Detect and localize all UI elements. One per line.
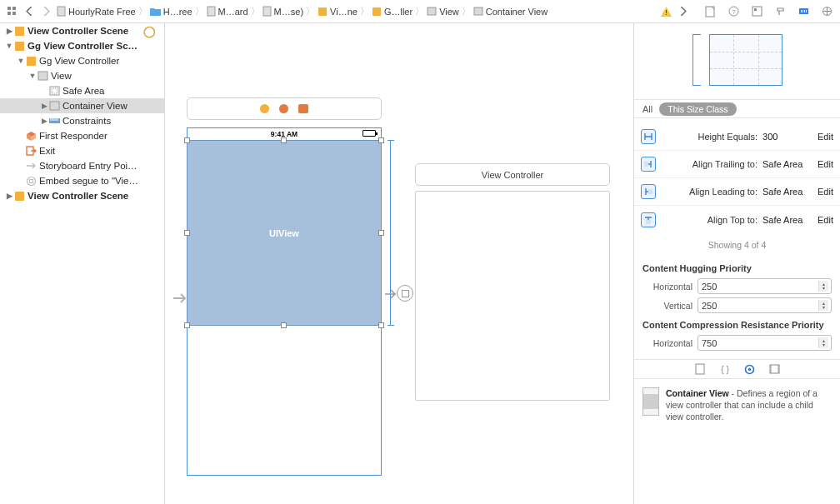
stepper-icon[interactable] [818,300,828,311]
file-inspector-icon[interactable] [702,4,718,19]
scene-gg-view-controller[interactable]: 9:41 AM UIView [187,97,382,476]
disclosure-triangle-icon[interactable]: ▼ [5,42,13,50]
add-scene-icon[interactable]: ◯ [143,25,161,37]
resize-handle[interactable] [378,230,384,236]
chevron-right-icon: 〉 [414,5,425,17]
scene-object-responder-icon[interactable] [279,104,288,113]
constraint-layout-preview[interactable] [634,23,840,100]
constraint-type-icon [641,129,656,144]
layout-rect [709,34,782,86]
resize-handle[interactable] [184,137,190,143]
svg-rect-7 [318,7,327,16]
outline-item-label: Safe Area [62,86,105,96]
file-template-tab-icon[interactable] [693,362,707,376]
warning-icon[interactable] [658,4,673,19]
breadcrumb-item[interactable]: View [425,7,461,17]
media-library-tab-icon[interactable] [768,362,782,376]
outline-row[interactable]: ▶View Controller Scene◯ [0,23,164,38]
outline-row[interactable]: Storyboard Entry Poi… [0,158,164,173]
constraint-row[interactable]: Align Top to:Safe AreaEdit [634,206,840,233]
constraint-row[interactable]: Height Equals:300Edit [634,123,840,151]
chevron-right-icon: 〉 [359,5,370,17]
resize-handle[interactable] [281,137,287,143]
disclosure-triangle-icon[interactable]: ▶ [5,27,13,35]
outline-row[interactable]: Embed segue to "Vie… [0,173,164,188]
constraint-row[interactable]: Align Leading to:Safe AreaEdit [634,178,840,206]
size-tab-all[interactable]: All [642,104,652,114]
breadcrumb-item[interactable]: M…se) [261,6,305,17]
resize-handle[interactable] [184,322,190,328]
disclosure-triangle-icon[interactable]: ▶ [5,192,13,200]
next-issue-icon[interactable] [675,4,690,19]
compression-title: Content Compression Resistance Priority [634,315,840,333]
constraint-edit-button[interactable]: Edit [818,215,833,225]
outline-row[interactable]: Safe Area [0,83,164,98]
document-outline[interactable]: ▶View Controller Scene◯▼Gg View Controll… [0,23,165,504]
breadcrumb-item[interactable]: M…ard [205,6,250,17]
outline-item-icon [48,100,60,112]
hugging-h-combo[interactable]: 250 [698,278,832,294]
size-tab-this[interactable]: This Size Class [659,102,736,116]
constraint-edit-button[interactable]: Edit [818,132,833,142]
resize-handle[interactable] [378,322,384,328]
svg-rect-36 [644,162,648,167]
connections-inspector-icon[interactable] [818,4,835,19]
scene-header[interactable] [187,97,382,120]
scene-object-exit-icon[interactable] [298,104,308,113]
svg-text:{ }: { } [721,365,729,374]
disclosure-triangle-icon[interactable]: ▼ [17,57,25,65]
help-inspector-icon[interactable]: ? [725,4,742,19]
breadcrumb-item[interactable]: H…ree [148,7,194,17]
scene2-view[interactable] [415,191,610,401]
hugging-v-combo[interactable]: 250 [698,297,832,313]
object-library-tab-icon[interactable] [743,362,757,376]
outline-row[interactable]: ▼Gg View Controller [0,53,164,68]
back-icon[interactable] [22,4,37,19]
scene2-header[interactable]: View Controller [415,163,610,186]
compression-h-combo[interactable]: 750 [698,335,832,351]
scene-object-vc-icon[interactable] [260,104,269,113]
constraint-edit-button[interactable]: Edit [818,159,833,169]
chevron-right-icon: 〉 [194,5,205,17]
outline-row[interactable]: ▶Constraints [0,113,164,128]
constraint-value: 300 [762,132,812,142]
attributes-inspector-icon[interactable] [772,4,788,19]
outline-row[interactable]: Exit [0,143,164,158]
svg-rect-0 [8,7,11,10]
storyboard-canvas[interactable]: 9:41 AM UIView View [165,23,633,504]
outline-row[interactable]: ▼Gg View Controller Sc… [0,38,164,53]
constraint-type-icon [641,157,656,172]
outline-item-label: First Responder [39,131,108,141]
svg-point-33 [27,177,35,185]
constraint-label: Align Trailing to: [661,159,758,169]
outline-row[interactable]: ▼View [0,68,164,83]
disclosure-triangle-icon[interactable]: ▶ [40,102,48,110]
size-inspector-icon[interactable] [795,4,812,19]
resize-handle[interactable] [184,230,190,236]
resize-handle[interactable] [281,322,287,328]
resize-handle[interactable] [378,137,384,143]
outline-row[interactable]: First Responder [0,128,164,143]
embed-segue-icon[interactable] [397,285,413,302]
stepper-icon[interactable] [818,281,828,292]
identity-inspector-icon[interactable] [748,4,765,19]
code-snippet-tab-icon[interactable]: { } [718,362,732,376]
forward-icon[interactable] [38,4,53,19]
constraint-label: Align Top to: [661,215,758,225]
constraint-edit-button[interactable]: Edit [818,187,833,197]
related-items-icon[interactable] [5,4,20,19]
outline-row[interactable]: ▶Container View [0,98,164,113]
breadcrumb-item[interactable]: G…ller [370,7,414,17]
breadcrumb-item[interactable]: Container View [472,7,549,17]
outline-row[interactable]: ▶View Controller Scene [0,188,164,203]
scene-embedded-view-controller[interactable]: View Controller [415,163,610,401]
container-view-selected[interactable]: UIView [187,140,382,326]
breadcrumb-item[interactable]: Vi…ne [316,7,359,17]
chevron-right-icon: 〉 [250,5,261,17]
constraint-type-icon [641,184,656,199]
constraint-row[interactable]: Align Trailing to:Safe AreaEdit [634,151,840,178]
disclosure-triangle-icon[interactable]: ▶ [40,117,48,125]
stepper-icon[interactable] [818,337,828,348]
disclosure-triangle-icon[interactable]: ▼ [28,72,37,80]
breadcrumb-item[interactable]: HourlyRate Free [55,6,138,17]
